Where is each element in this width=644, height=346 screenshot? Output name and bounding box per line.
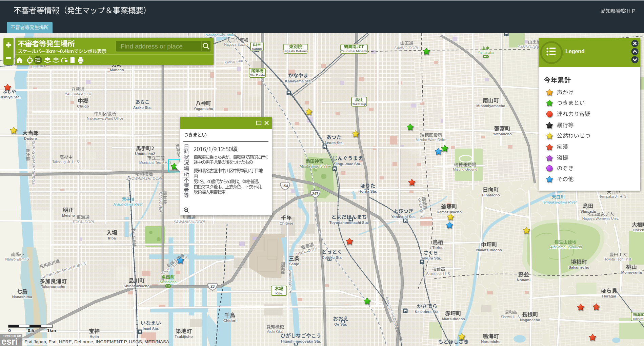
svg-text:Sanno: Sanno [252,47,262,51]
svg-text:Torisu: Torisu [432,246,444,250]
svg-text:Mizuho Ground: Mizuho Ground [453,167,477,171]
svg-text:Narumi: Narumi [633,317,644,321]
svg-text:Yobitsugi Sta.: Yobitsugi Sta. [391,215,416,219]
svg-text:Arako-gawa River: Arako-gawa River [113,202,143,206]
svg-text:247: 247 [312,192,318,196]
svg-text:SANNO-DORI: SANNO-DORI [394,46,418,50]
svg-text:Mancho: Mancho [110,68,124,72]
svg-text:Kamazukacho: Kamazukacho [437,210,462,214]
svg-text:Shinagawacho: Shinagawacho [123,284,149,288]
svg-text:Horagai: Horagai [602,294,616,298]
svg-text:Aioiyama Ryokuchi: Aioiyama Ryokuchi [550,245,582,249]
svg-text:Narumicho: Narumicho [481,340,501,344]
svg-text:TOKAI-DORI: TOKAI-DORI [72,220,94,224]
svg-text:esri: esri [1,337,18,346]
svg-text:Takatsuji: Takatsuji [352,102,366,106]
svg-text:Iriba: Iriba [108,236,116,240]
svg-text:Atsuta-jingu Shrine: Atsuta-jingu Shrine [300,164,331,168]
svg-text:ISSHIKI-OHASHI BRIDGE: ISSHIKI-OHASHI BRIDGE [32,141,36,185]
svg-text:Nagoya Stadium: Nagoya Stadium [224,42,250,46]
svg-text:Higashi-nagoyako Sta.: Higashi-nagoyako Sta. [281,339,321,343]
svg-text:Municipal Tech. H. S.: Municipal Tech. H. S. [139,160,173,165]
svg-text:Atsuta Sta.: Atsuta Sta. [324,141,343,145]
svg-text:Fushiya Sta.: Fushiya Sta. [0,95,20,99]
svg-text:Yamanaka: Yamanaka [478,51,494,55]
svg-text:1km: 1km [47,328,56,333]
svg-text:Nanyo Elem. S.: Nanyo Elem. S. [5,257,30,261]
svg-text:Sakainecho: Sakainecho [568,265,589,269]
svg-text:Yagamicho: Yagamicho [194,107,213,111]
svg-text:Toyodahommachi Sta.: Toyodahommachi Sta. [329,220,369,225]
svg-text:Takarauracho: Takarauracho [41,285,65,289]
svg-text:0: 0 [8,328,11,333]
svg-text:Showa H. S.: Showa H. S. [501,315,521,319]
svg-text:KANJOSEN: KANJOSEN [159,192,163,212]
svg-text:23: 23 [210,284,215,288]
svg-text:Naganecho: Naganecho [520,318,540,322]
svg-text:Kasadera Sta.: Kasadera Sta. [415,310,440,314]
svg-text:Inaei Sta.: Inaei Sta. [143,327,159,331]
svg-text:Meishicho: Meishicho [160,280,177,284]
svg-text:Arako Sta.: Arako Sta. [133,105,152,110]
svg-text:154: 154 [282,184,288,188]
svg-text:Nanashima: Nanashima [12,295,33,299]
svg-text:NANYO-DORI: NANYO-DORI [288,270,292,293]
svg-text:Hinatacho: Hinatacho [482,193,500,197]
svg-text:Oto Bashi: Oto Bashi [250,73,265,77]
svg-text:Tsurumai Minami: Tsurumai Minami [341,49,367,53]
svg-text:KAWANISHI-DORI: KAWANISHI-DORI [174,220,205,224]
svg-text:Meisho: Meisho [62,213,75,217]
svg-text:Nonami: Nonami [517,278,530,282]
svg-text:YAGUMA-DORI: YAGUMA-DORI [65,92,91,96]
svg-text:Momoyama: Momoyama [621,270,642,274]
svg-text:Aichi Kikai: Aichi Kikai [267,329,283,333]
svg-text:Tempaku Jr. H. S.: Tempaku Jr. H. S. [600,194,628,198]
svg-text:Legend: Legend [565,49,585,54]
svg-text:Umatecho2: Umatecho2 [135,152,155,156]
svg-text:Horita Sta.: Horita Sta. [358,189,377,193]
svg-text:0.5: 0.5 [28,328,34,333]
svg-text:Nagoya Women's Univ.: Nagoya Women's Univ. [582,216,619,220]
svg-text:Sanjo: Sanjo [289,262,299,266]
svg-text:Higashi Betsuin: Higashi Betsuin [283,49,308,53]
svg-text:Onecho: Onecho [633,228,644,232]
svg-text:Jingu-mae Sta.: Jingu-mae Sta. [335,162,361,166]
svg-text:Tsukijicho: Tsukijicho [175,334,193,339]
svg-text:Chugo: Chugo [77,104,89,108]
svg-text:Dotoku Sta.: Dotoku Sta. [322,255,342,260]
svg-text:Esri Japan, Esri, HERE, DeLorm: Esri Japan, Esri, HERE, DeLorme, INCREME… [24,339,169,344]
svg-text:Kiba: Kiba [276,291,283,295]
svg-text:Akatsubocho: Akatsubocho [441,317,465,321]
svg-text:Chidori: Chidori [223,319,237,323]
svg-text:Tempaku-gawa River: Tempaku-gawa River [542,200,577,204]
svg-text:Sakuradai H. S.: Sakuradai H. S. [426,272,451,276]
svg-text:SANNO-DORI: SANNO-DORI [518,45,542,49]
svg-text:Find address or place: Find address or place [121,43,183,50]
svg-text:Yatomicho: Yatomicho [493,132,512,136]
svg-text:Oe Sta.: Oe Sta. [334,322,347,326]
svg-text:Mizuho Ward Office: Mizuho Ward Office [416,138,447,142]
svg-text:SHOWABASHI-DORI: SHOWABASHI-DORI [126,176,162,180]
svg-text:Kanayama Sta.: Kanayama Sta. [285,79,311,83]
svg-text:Chitose: Chitose [280,221,293,225]
svg-text:Nakagawa Canal: Nakagawa Canal [205,33,234,37]
svg-text:Nakagawa Ward Office: Nakagawa Ward Office [87,116,123,120]
svg-text:Sakura Sta.: Sakura Sta. [421,256,441,260]
svg-text:Minamiyamacho: Minamiyamacho [476,104,505,108]
svg-text:Toyota Tech. Inst.: Toyota Tech. Inst. [604,257,632,261]
svg-text:Nakatsubocho: Nakatsubocho [476,248,502,252]
svg-text:Takasugi Jr. H. S.: Takasugi Jr. H. S. [52,160,80,164]
svg-text:Hojin: Hojin [89,334,99,339]
svg-text:Daitoro: Daitoro [24,136,37,140]
